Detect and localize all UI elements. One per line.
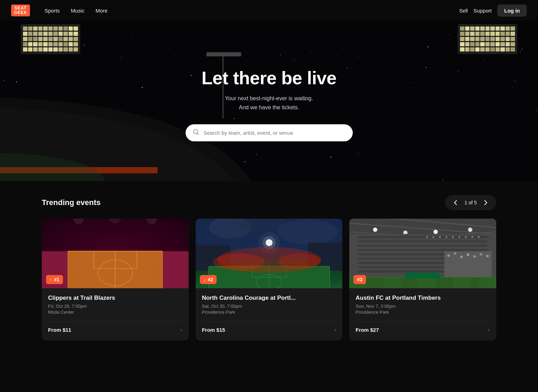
main-content: Trending events 1 of 5 (0, 181, 538, 390)
card-event-name-3: Austin FC at Portland Timbers (356, 295, 490, 301)
site-logo[interactable]: SEAT GEEK (11, 5, 30, 16)
rank-arrow-1: ↑ (49, 277, 52, 282)
svg-point-94 (446, 236, 447, 238)
logo-line2: GEEK (14, 10, 27, 15)
svg-point-96 (459, 236, 460, 238)
navbar: SEAT GEEK Sports Music More Sell Support… (0, 0, 538, 21)
svg-point-77 (373, 228, 377, 232)
hero-subtitle-line1: Your next best-night-ever is waiting. (225, 95, 313, 101)
card-venue-3: Providence Park (356, 309, 490, 315)
card-footer-3: From $27 › (356, 322, 490, 334)
svg-rect-84 (358, 245, 488, 246)
card-date-2: Sat, Oct 30, 7:00pm (202, 304, 336, 309)
svg-rect-114 (479, 277, 496, 288)
svg-point-80 (468, 228, 472, 232)
card-price-2: From $15 (202, 327, 225, 333)
pagination-next-button[interactable] (481, 198, 491, 207)
card-arrow-icon-1: › (180, 326, 182, 334)
svg-rect-111 (384, 277, 401, 288)
nav-right: Sell Support Log in (459, 5, 527, 17)
card-arrow-icon-3: › (488, 326, 490, 334)
card-body-3: Austin FC at Portland Timbers Sun, Nov 7… (349, 288, 496, 340)
event-card-1[interactable]: ↑ #1 Clippers at Trail Blazers Fri, Oct … (42, 219, 189, 340)
card-footer-1: From $11 › (48, 322, 182, 334)
events-grid: ↑ #1 Clippers at Trail Blazers Fri, Oct … (42, 219, 496, 340)
hero-subtitle: Your next best-night-ever is waiting. An… (186, 94, 353, 112)
rank-badge-1: ↑ #1 (46, 275, 63, 284)
pagination-prev-button[interactable] (451, 198, 460, 207)
card-price-1: From $11 (48, 327, 71, 333)
nav-link-music[interactable]: Music (66, 5, 89, 16)
search-input[interactable] (204, 130, 346, 136)
svg-point-91 (426, 236, 428, 238)
event-card-3[interactable]: #3 Austin FC at Portland Timbers Sun, No… (349, 219, 496, 340)
svg-line-17 (197, 133, 198, 135)
svg-rect-112 (419, 277, 436, 288)
nav-link-sports[interactable]: Sports (40, 5, 64, 16)
svg-point-93 (439, 236, 441, 238)
svg-point-107 (486, 255, 489, 257)
card-date-1: Fri, Oct 29, 7:00pm (48, 304, 182, 309)
card-event-name-2: North Carolina Courage at Portl... (202, 295, 336, 301)
card-footer-2: From $15 › (202, 322, 336, 334)
rank-arrow-2: ↓ (203, 277, 206, 282)
light-panel-left: // Will generate dots via JS below (21, 24, 80, 54)
svg-point-105 (473, 255, 476, 258)
svg-rect-115 (406, 273, 440, 278)
svg-point-70 (278, 253, 321, 269)
card-arrow-icon-2: › (334, 326, 336, 334)
card-image-3: #3 (349, 219, 496, 288)
search-icon (193, 128, 200, 137)
svg-point-104 (467, 253, 469, 256)
nav-support-link[interactable]: Support (473, 8, 492, 14)
svg-point-95 (452, 236, 454, 238)
card-image-1: ↑ #1 (42, 219, 189, 288)
card-event-name-1: Clippers at Trail Blazers (48, 295, 182, 301)
pagination-control: 1 of 5 (445, 195, 496, 210)
svg-rect-82 (358, 236, 488, 238)
nav-sell-link[interactable]: Sell (459, 8, 468, 14)
svg-point-79 (434, 230, 438, 234)
card-body-2: North Carolina Courage at Portl... Sat, … (196, 288, 343, 340)
card-image-2: ↓ #2 (196, 219, 343, 288)
trending-title: Trending events (42, 198, 101, 207)
rank-badge-3: #3 (353, 275, 366, 284)
rank-number-2: #2 (208, 277, 213, 282)
svg-rect-15 (206, 52, 241, 56)
login-button[interactable]: Log in (497, 5, 527, 17)
hero-subtitle-line2: And we have the tickets. (239, 104, 299, 110)
svg-point-97 (465, 236, 467, 238)
pagination-text: 1 of 5 (465, 200, 477, 205)
svg-point-99 (478, 236, 480, 238)
nav-links: Sports Music More (40, 5, 459, 16)
svg-point-57 (278, 219, 338, 245)
svg-rect-48 (163, 251, 188, 288)
svg-rect-85 (358, 249, 488, 251)
card-date-3: Sun, Nov 7, 3:00pm (356, 304, 490, 309)
search-bar[interactable] (186, 124, 353, 141)
light-panel-right (458, 24, 517, 54)
svg-point-102 (454, 252, 456, 254)
rank-badge-2: ↓ #2 (200, 275, 217, 284)
svg-point-101 (447, 254, 450, 257)
svg-point-106 (480, 253, 482, 256)
event-card-2[interactable]: ↓ #2 North Carolina Courage at Portl... … (196, 219, 343, 340)
svg-point-98 (471, 236, 473, 238)
card-venue-2: Providence Park (202, 309, 336, 315)
hero-section: // Will generate dots via JS below Let t… (0, 0, 538, 181)
card-venue-1: Moda Center (48, 309, 182, 315)
svg-point-92 (433, 236, 435, 238)
svg-point-69 (213, 253, 265, 271)
svg-point-103 (460, 256, 463, 258)
rank-number-1: #1 (54, 277, 60, 282)
card-price-3: From $27 (356, 327, 379, 333)
hero-title: Let there be live (186, 68, 353, 88)
nav-link-more[interactable]: More (91, 5, 112, 16)
card-body-1: Clippers at Trail Blazers Fri, Oct 29, 7… (42, 288, 189, 340)
hero-content: Let there be live Your next best-night-e… (186, 61, 353, 141)
rank-number-3: #3 (357, 277, 362, 282)
svg-rect-113 (453, 277, 470, 288)
svg-rect-83 (358, 241, 488, 242)
trending-header: Trending events 1 of 5 (42, 195, 496, 210)
